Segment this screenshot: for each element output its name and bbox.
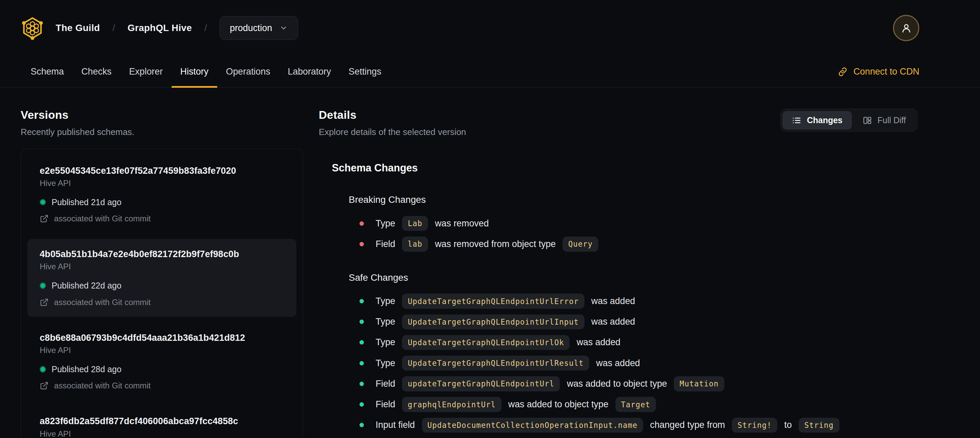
change-text: Field lab was removed from object type Q… bbox=[375, 237, 603, 252]
nav-tab-settings[interactable]: Settings bbox=[340, 56, 390, 88]
nav-tab-operations[interactable]: Operations bbox=[217, 56, 279, 88]
version-git-link[interactable]: associated with Git commit bbox=[40, 214, 284, 223]
code-chip: updateTargetGraphQLEndpointUrl bbox=[402, 376, 560, 392]
change-bullet-icon bbox=[360, 361, 364, 365]
target-select-value: production bbox=[230, 23, 272, 33]
full-diff-toggle-button[interactable]: Full Diff bbox=[853, 111, 915, 130]
version-hash: e2e55045345ce13fe07f52a77459b83fa3fe7020 bbox=[40, 166, 284, 176]
versions-panel: Versions Recently published schemas. e2e… bbox=[21, 109, 303, 438]
target-select[interactable]: production bbox=[220, 16, 298, 40]
version-hash: c8b6e88a06793b9c4dfd54aaa21b36a1b421d812 bbox=[40, 333, 284, 343]
breadcrumb-separator: / bbox=[204, 22, 207, 33]
change-text: Field graphqlEndpointUrl was added to ob… bbox=[375, 397, 660, 412]
version-git-link[interactable]: associated with Git commit bbox=[40, 381, 284, 390]
changes-toggle-button[interactable]: Changes bbox=[783, 111, 852, 130]
changes-toggle-label: Changes bbox=[807, 115, 843, 125]
version-list-item[interactable]: e2e55045345ce13fe07f52a77459b83fa3fe7020… bbox=[27, 156, 297, 234]
change-text: Type Lab was removed bbox=[375, 216, 489, 231]
breadcrumb: The Guild / GraphQL Hive / production bbox=[56, 16, 298, 40]
breadcrumb-project[interactable]: GraphQL Hive bbox=[127, 22, 192, 33]
change-text: Field updateTargetGraphQLEndpointUrl was… bbox=[375, 376, 729, 392]
version-service: Hive API bbox=[40, 178, 284, 188]
nav-tab-explorer[interactable]: Explorer bbox=[120, 56, 172, 88]
change-text: Type UpdateTargetGraphQLEndpointUrlInput… bbox=[375, 314, 635, 330]
change-row: Type UpdateTargetGraphQLEndpointUrlResul… bbox=[360, 356, 918, 371]
code-chip: UpdateDocumentCollectionOperationInput.n… bbox=[422, 418, 643, 433]
change-bullet-icon bbox=[360, 299, 364, 303]
change-row: Field graphqlEndpointUrl was added to ob… bbox=[360, 397, 918, 412]
versions-title: Versions bbox=[21, 109, 303, 121]
published-dot-icon bbox=[40, 282, 46, 289]
details-subtitle: Explore details of the selected version bbox=[319, 127, 466, 137]
version-list-item[interactable]: 4b05ab51b1b4a7e2e4b0ef82172f2b9f7ef98c0b… bbox=[27, 239, 297, 317]
version-git-label: associated with Git commit bbox=[54, 298, 150, 307]
change-bullet-icon bbox=[360, 423, 364, 427]
nav-tab-laboratory[interactable]: Laboratory bbox=[279, 56, 340, 88]
code-chip: UpdateTargetGraphQLEndpointUrlError bbox=[402, 293, 584, 309]
nav-tab-label: Settings bbox=[349, 67, 382, 77]
change-row: Field lab was removed from object type Q… bbox=[360, 237, 918, 252]
versions-subtitle: Recently published schemas. bbox=[21, 127, 303, 137]
external-link-icon bbox=[40, 381, 49, 390]
version-list-item[interactable]: a823f6db2a55df877dcf406006abca97fcc4858c… bbox=[27, 406, 297, 438]
breadcrumb-org[interactable]: The Guild bbox=[56, 22, 100, 33]
code-chip: String! bbox=[732, 418, 777, 433]
schema-changes-title: Schema Changes bbox=[332, 162, 918, 174]
chevron-down-icon bbox=[280, 24, 288, 32]
code-chip: UpdateTargetGraphQLEndpointUrlResult bbox=[402, 356, 589, 371]
main-content: Versions Recently published schemas. e2e… bbox=[0, 88, 980, 438]
change-bullet-icon bbox=[360, 340, 364, 344]
change-text: Input field UpdateDocumentCollectionOper… bbox=[375, 418, 844, 433]
connect-to-cdn-link[interactable]: Connect to CDN bbox=[838, 56, 919, 88]
code-chip: lab bbox=[402, 237, 428, 252]
version-hash: 4b05ab51b1b4a7e2e4b0ef82172f2b9f7ef98c0b bbox=[40, 249, 284, 260]
full-diff-toggle-label: Full Diff bbox=[878, 115, 906, 125]
nav-tab-history[interactable]: History bbox=[172, 56, 217, 88]
list-icon bbox=[792, 116, 801, 125]
code-chip: String bbox=[799, 418, 839, 433]
change-row: Field updateTargetGraphQLEndpointUrl was… bbox=[360, 376, 918, 392]
version-status: Published 22d ago bbox=[40, 281, 284, 290]
version-service: Hive API bbox=[40, 346, 284, 355]
version-git-link[interactable]: associated with Git commit bbox=[40, 298, 284, 307]
code-chip: graphqlEndpointUrl bbox=[402, 397, 501, 412]
change-bullet-icon bbox=[360, 402, 364, 407]
version-status: Published 21d ago bbox=[40, 197, 284, 207]
external-link-icon bbox=[40, 214, 49, 223]
code-chip: Target bbox=[616, 397, 656, 412]
published-dot-icon bbox=[40, 366, 46, 373]
details-panel: Details Explore details of the selected … bbox=[319, 109, 917, 438]
change-text: Type UpdateTargetGraphQLEndpointUrlResul… bbox=[375, 356, 640, 371]
version-status-label: Published 21d ago bbox=[52, 197, 121, 207]
user-menu-button[interactable] bbox=[893, 15, 919, 41]
change-row: Type Lab was removed bbox=[360, 216, 918, 231]
change-bullet-icon bbox=[360, 382, 364, 386]
versions-list: e2e55045345ce13fe07f52a77459b83fa3fe7020… bbox=[21, 149, 303, 438]
nav-tab-checks[interactable]: Checks bbox=[73, 56, 120, 88]
breaking-changes-group: Breaking Changes Type Lab was removed Fi… bbox=[332, 194, 918, 252]
safe-changes-group: Safe Changes Type UpdateTargetGraphQLEnd… bbox=[332, 272, 918, 438]
details-title: Details bbox=[319, 109, 466, 121]
nav-tab-schema[interactable]: Schema bbox=[22, 56, 73, 88]
hive-honeycomb-logo-icon[interactable] bbox=[21, 16, 44, 40]
nav-tab-label: Checks bbox=[81, 67, 111, 77]
nav-tab-label: Laboratory bbox=[288, 67, 331, 77]
nav-tabs: SchemaChecksExplorerHistoryOperationsLab… bbox=[22, 56, 390, 88]
change-bullet-icon bbox=[360, 221, 364, 226]
published-dot-icon bbox=[40, 199, 46, 205]
version-status: Published 28d ago bbox=[40, 365, 284, 374]
nav-tab-label: Operations bbox=[226, 67, 270, 77]
code-chip: Query bbox=[563, 237, 598, 252]
version-status-label: Published 22d ago bbox=[52, 281, 121, 290]
change-text: Type UpdateTargetGraphQLEndpointUrlError… bbox=[375, 293, 635, 309]
user-icon bbox=[900, 22, 913, 34]
code-chip: UpdateTargetGraphQLEndpointUrlInput bbox=[402, 314, 584, 330]
change-text: Type UpdateTargetGraphQLEndpointUrlOk wa… bbox=[375, 335, 620, 350]
link-icon bbox=[838, 67, 848, 77]
breadcrumb-separator: / bbox=[112, 22, 115, 33]
change-group-title: Breaking Changes bbox=[349, 194, 918, 205]
version-service: Hive API bbox=[40, 262, 284, 271]
code-chip: UpdateTargetGraphQLEndpointUrlOk bbox=[402, 335, 570, 350]
version-list-item[interactable]: c8b6e88a06793b9c4dfd54aaa21b36a1b421d812… bbox=[27, 323, 297, 401]
change-group-title: Safe Changes bbox=[349, 272, 918, 283]
